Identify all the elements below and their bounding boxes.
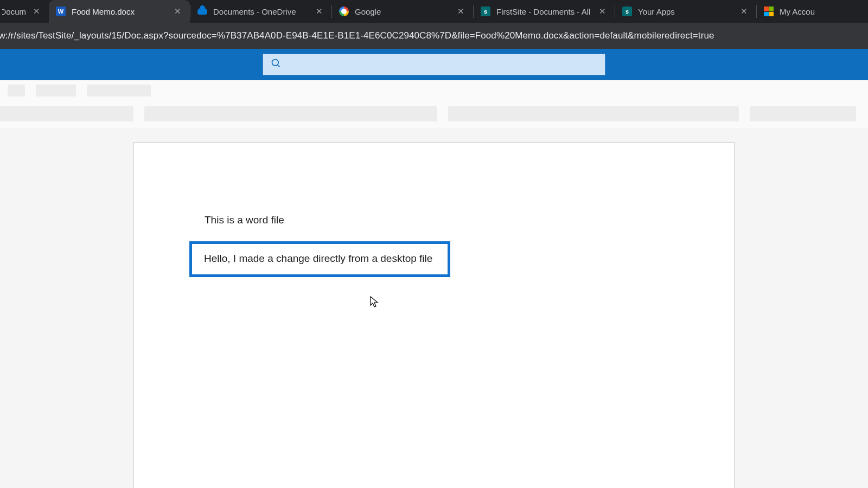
close-icon[interactable]: ✕ <box>597 7 607 16</box>
ribbon-loading <box>0 80 868 128</box>
ribbon-placeholder <box>0 106 133 121</box>
browser-tab[interactable]: Google ✕ <box>332 0 473 23</box>
ribbon-placeholder <box>36 85 76 97</box>
close-icon[interactable]: ✕ <box>31 7 41 16</box>
search-icon <box>271 58 282 71</box>
close-icon[interactable]: ✕ <box>173 7 182 16</box>
microsoft-icon <box>763 6 774 17</box>
url-text: om/:w:/r/sites/TestSite/_layouts/15/Doc.… <box>0 30 714 41</box>
onedrive-icon <box>197 6 208 17</box>
search-input[interactable] <box>289 60 597 69</box>
document-page[interactable]: This is a word file Hello, I made a chan… <box>133 142 735 488</box>
search-box[interactable] <box>263 54 605 75</box>
tab-label: My Accou <box>780 7 825 16</box>
ribbon-placeholder <box>750 106 856 121</box>
browser-tab[interactable]: s FirstSite - Documents - All ✕ <box>474 0 615 23</box>
document-paragraph[interactable]: This is a word file <box>205 214 663 226</box>
svg-line-1 <box>278 65 280 67</box>
tab-label: Docum… <box>2 7 26 16</box>
svg-point-0 <box>272 60 279 66</box>
word-icon: W <box>55 6 66 17</box>
tab-label: Food Memo.docx <box>72 7 167 16</box>
sharepoint-icon: s <box>622 6 633 17</box>
close-icon[interactable]: ✕ <box>314 7 324 16</box>
ribbon-placeholder <box>8 85 25 97</box>
app-header-bar <box>0 49 868 80</box>
address-bar-url[interactable]: om/:w:/r/sites/TestSite/_layouts/15/Doc.… <box>0 30 868 41</box>
close-icon[interactable]: ✕ <box>456 7 465 16</box>
browser-tab-active[interactable]: W Food Memo.docx ✕ <box>49 0 190 23</box>
document-paragraph[interactable]: Hello, I made a change directly from a d… <box>204 253 432 264</box>
tab-label: FirstSite - Documents - All <box>496 7 592 16</box>
browser-tab-strip: Docum… ✕ W Food Memo.docx ✕ Documents - … <box>0 0 868 23</box>
close-icon[interactable]: ✕ <box>739 7 749 16</box>
address-bar[interactable]: om/:w:/r/sites/TestSite/_layouts/15/Doc.… <box>0 23 868 49</box>
tab-label: Google <box>355 7 450 16</box>
highlighted-change-box: Hello, I made a change directly from a d… <box>189 241 450 277</box>
ribbon-placeholder <box>144 106 437 121</box>
ribbon-placeholder <box>448 106 739 121</box>
sharepoint-icon: s <box>480 6 491 17</box>
browser-tab[interactable]: Docum… ✕ <box>0 0 49 23</box>
browser-tab[interactable]: Documents - OneDrive ✕ <box>190 0 331 23</box>
browser-tab[interactable]: My Accou <box>757 0 833 23</box>
tab-label: Documents - OneDrive <box>213 7 309 16</box>
tab-label: Your Apps <box>638 7 733 16</box>
browser-tab[interactable]: s Your Apps ✕ <box>615 0 756 23</box>
google-icon <box>339 6 349 17</box>
document-canvas: This is a word file Hello, I made a chan… <box>0 128 868 488</box>
ribbon-placeholder <box>87 85 151 97</box>
